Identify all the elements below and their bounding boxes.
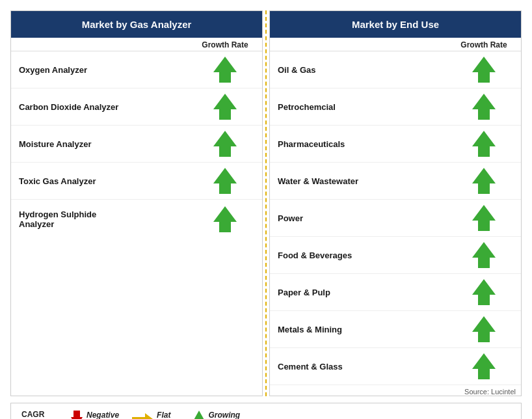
arrow-cell [455, 168, 513, 194]
negative-labels: Negative <0% [86, 411, 119, 419]
up-arrow-icon [472, 205, 496, 231]
list-item: Cement & Glass [270, 348, 521, 385]
item-label-metals: Metals & Mining [278, 325, 455, 334]
right-section-header: Market by End Use [270, 11, 521, 38]
item-label-moisture: Moisture Analyzer [19, 139, 196, 149]
up-arrow-icon [213, 57, 237, 83]
right-col-header: Growth Rate [455, 40, 513, 49]
up-arrow-icon [213, 206, 237, 232]
arrow-cell [455, 279, 513, 305]
item-label-power: Power [278, 213, 455, 223]
flat-labels: Flat 0%-3% [157, 411, 180, 419]
up-arrow-icon [213, 168, 237, 194]
legend-row: CAGR (2024-30): Negative <0% Flat 0%-3% [10, 403, 522, 419]
legend-flat: Flat 0%-3% [132, 411, 180, 419]
list-item: Moisture Analyzer [11, 126, 262, 163]
list-item: Pharmaceuticals [270, 126, 521, 163]
item-label-petrochem: Petrochemcial [278, 102, 455, 112]
tables-row: Market by Gas Analyzer Growth Rate Oxyge… [10, 10, 522, 396]
item-label-oxygen: Oxygen Analyzer [19, 65, 196, 75]
right-arrow-icon [132, 413, 153, 419]
up-arrow-icon [472, 353, 496, 379]
item-label-paper: Paper & Pulp [278, 288, 455, 297]
list-item: Petrochemcial [270, 88, 521, 126]
up-arrow-icon [213, 131, 237, 157]
item-label-hydrogen: Hydrogen Sulphide Analyzer [19, 210, 196, 229]
up-arrow-small-icon [193, 411, 205, 419]
flat-label: Flat [157, 411, 180, 419]
item-label-water: Water & Wastewater [278, 176, 455, 186]
divider-line [265, 10, 267, 396]
arrow-cell [196, 168, 254, 194]
legend-growing: Growing >3% [193, 411, 241, 419]
arrow-cell [455, 131, 513, 157]
left-col-header: Growth Rate [196, 40, 254, 49]
up-arrow-icon [472, 242, 496, 268]
growing-label: Growing [209, 411, 241, 419]
list-item: Paper & Pulp [270, 274, 521, 311]
list-item: Hydrogen Sulphide Analyzer [11, 200, 262, 239]
growing-labels: Growing >3% [209, 411, 241, 419]
down-arrow-icon [71, 411, 83, 419]
list-item: Carbon Dioxide Analyzer [11, 88, 262, 126]
up-arrow-icon [472, 57, 496, 83]
item-label-food: Food & Beverages [278, 250, 455, 260]
item-label-toxic: Toxic Gas Analyzer [19, 176, 196, 186]
list-item: Food & Beverages [270, 237, 521, 274]
item-label-pharma: Pharmaceuticals [278, 139, 455, 149]
arrow-cell [455, 205, 513, 231]
list-item: Metals & Mining [270, 311, 521, 348]
up-arrow-icon [213, 94, 237, 120]
page-wrapper: Market by Gas Analyzer Growth Rate Oxyge… [0, 0, 532, 419]
list-item: Power [270, 200, 521, 237]
list-item: Oil & Gas [270, 51, 521, 88]
up-arrow-icon [472, 316, 496, 342]
list-item: Oxygen Analyzer [11, 51, 262, 88]
arrow-cell [196, 131, 254, 157]
section-divider [265, 10, 267, 396]
negative-label: Negative [86, 411, 119, 419]
list-item: Toxic Gas Analyzer [11, 163, 262, 200]
arrow-cell [196, 206, 254, 232]
arrow-cell [196, 94, 254, 120]
list-item: Water & Wastewater [270, 163, 521, 200]
up-arrow-icon [472, 279, 496, 305]
right-section: Market by End Use Growth Rate Oil & Gas … [269, 10, 522, 396]
up-arrow-icon [472, 131, 496, 157]
source-text: Source: Lucintel [464, 388, 516, 396]
cagr-label-block: CAGR (2024-30): [21, 410, 58, 419]
arrow-cell [455, 242, 513, 268]
item-label-co2: Carbon Dioxide Analyzer [19, 102, 196, 112]
left-col-header-row: Growth Rate [11, 38, 262, 51]
up-arrow-icon [472, 168, 496, 194]
source-row: Source: Lucintel [270, 385, 521, 396]
up-arrow-icon [472, 94, 496, 120]
legend-negative: Negative <0% [71, 411, 119, 419]
arrow-cell [455, 353, 513, 379]
arrow-cell [455, 94, 513, 120]
right-col-header-row: Growth Rate [270, 38, 521, 51]
arrow-cell [455, 316, 513, 342]
item-label-oil-gas: Oil & Gas [278, 65, 455, 75]
item-label-cement: Cement & Glass [278, 362, 455, 372]
cagr-label: CAGR [21, 410, 44, 419]
left-section: Market by Gas Analyzer Growth Rate Oxyge… [10, 10, 263, 396]
left-section-header: Market by Gas Analyzer [11, 11, 262, 38]
arrow-cell [455, 57, 513, 83]
arrow-cell [196, 57, 254, 83]
